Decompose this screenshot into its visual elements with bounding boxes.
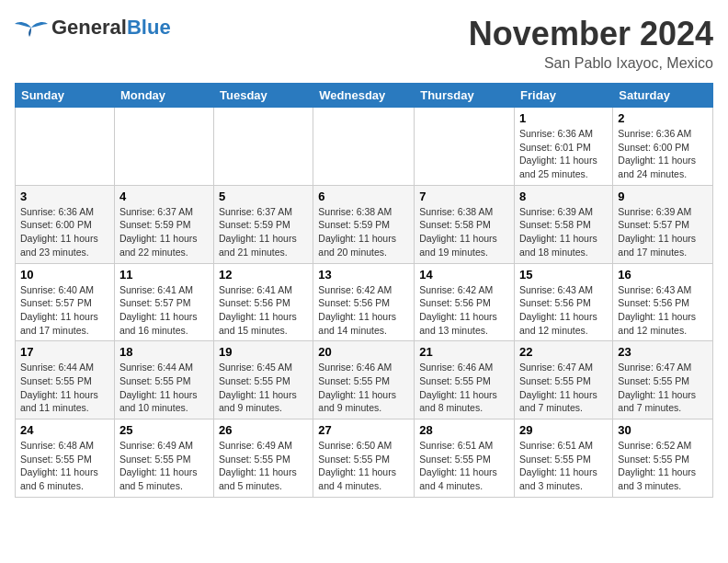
- calendar-cell: 12Sunrise: 6:41 AMSunset: 5:56 PMDayligh…: [214, 263, 313, 341]
- day-info: Sunrise: 6:49 AMSunset: 5:55 PMDaylight:…: [119, 440, 198, 491]
- calendar-cell: 16Sunrise: 6:43 AMSunset: 5:56 PMDayligh…: [613, 263, 713, 341]
- calendar-cell: 14Sunrise: 6:42 AMSunset: 5:56 PMDayligh…: [415, 263, 515, 341]
- day-number: 24: [20, 423, 109, 437]
- day-info: Sunrise: 6:43 AMSunset: 5:56 PMDaylight:…: [618, 284, 696, 336]
- header-day-tuesday: Tuesday: [214, 84, 313, 108]
- calendar-cell: 4Sunrise: 6:37 AMSunset: 5:59 PMDaylight…: [114, 185, 213, 263]
- day-number: 6: [318, 190, 409, 203]
- day-number: 13: [318, 268, 409, 282]
- day-info: Sunrise: 6:47 AMSunset: 5:55 PMDaylight:…: [618, 362, 696, 413]
- logo-text: GeneralBlue: [51, 16, 171, 40]
- day-info: Sunrise: 6:37 AMSunset: 5:59 PMDaylight:…: [219, 206, 297, 258]
- day-number: 17: [20, 345, 109, 359]
- calendar-cell: 13Sunrise: 6:42 AMSunset: 5:56 PMDayligh…: [313, 263, 415, 341]
- calendar-week-5: 24Sunrise: 6:48 AMSunset: 5:55 PMDayligh…: [16, 419, 713, 498]
- calendar-cell: 19Sunrise: 6:45 AMSunset: 5:55 PMDayligh…: [214, 341, 313, 419]
- day-number: 11: [119, 268, 209, 282]
- day-number: 8: [519, 190, 608, 203]
- location-title: San Pablo Ixayoc, Mexico: [469, 55, 713, 72]
- day-number: 28: [419, 423, 509, 437]
- month-title: November 2024: [469, 15, 713, 53]
- day-number: 5: [219, 190, 308, 203]
- day-number: 14: [419, 268, 509, 282]
- calendar-table: SundayMondayTuesdayWednesdayThursdayFrid…: [15, 83, 713, 498]
- calendar-cell: 5Sunrise: 6:37 AMSunset: 5:59 PMDaylight…: [214, 185, 313, 263]
- calendar-cell: [114, 108, 213, 186]
- day-info: Sunrise: 6:38 AMSunset: 5:58 PMDaylight:…: [419, 206, 497, 258]
- logo-general: General: [51, 16, 127, 39]
- day-info: Sunrise: 6:39 AMSunset: 5:57 PMDaylight:…: [618, 206, 696, 258]
- header-day-monday: Monday: [114, 84, 213, 108]
- calendar-cell: 25Sunrise: 6:49 AMSunset: 5:55 PMDayligh…: [114, 419, 213, 498]
- day-info: Sunrise: 6:44 AMSunset: 5:55 PMDaylight:…: [119, 362, 198, 413]
- day-info: Sunrise: 6:36 AMSunset: 6:00 PMDaylight:…: [618, 128, 696, 179]
- day-info: Sunrise: 6:36 AMSunset: 6:01 PMDaylight:…: [519, 128, 597, 179]
- calendar-week-3: 10Sunrise: 6:40 AMSunset: 5:57 PMDayligh…: [16, 263, 713, 341]
- calendar-cell: [16, 108, 115, 186]
- calendar-cell: 27Sunrise: 6:50 AMSunset: 5:55 PMDayligh…: [313, 419, 415, 498]
- day-info: Sunrise: 6:43 AMSunset: 5:56 PMDaylight:…: [519, 284, 597, 336]
- calendar-cell: 21Sunrise: 6:46 AMSunset: 5:55 PMDayligh…: [415, 341, 515, 419]
- day-info: Sunrise: 6:51 AMSunset: 5:55 PMDaylight:…: [519, 440, 597, 491]
- calendar-cell: 9Sunrise: 6:39 AMSunset: 5:57 PMDaylight…: [613, 185, 713, 263]
- calendar-cell: 22Sunrise: 6:47 AMSunset: 5:55 PMDayligh…: [515, 341, 613, 419]
- day-number: 21: [419, 345, 509, 359]
- calendar-cell: [313, 108, 415, 186]
- calendar-cell: 29Sunrise: 6:51 AMSunset: 5:55 PMDayligh…: [515, 419, 613, 498]
- day-number: 2: [618, 111, 708, 125]
- header-day-thursday: Thursday: [415, 84, 515, 108]
- calendar-cell: 6Sunrise: 6:38 AMSunset: 5:59 PMDaylight…: [313, 185, 415, 263]
- day-number: 22: [519, 345, 608, 359]
- calendar-cell: 1Sunrise: 6:36 AMSunset: 6:01 PMDaylight…: [515, 108, 613, 186]
- day-number: 3: [20, 190, 109, 203]
- calendar-cell: 7Sunrise: 6:38 AMSunset: 5:58 PMDaylight…: [415, 185, 515, 263]
- calendar-week-1: 1Sunrise: 6:36 AMSunset: 6:01 PMDaylight…: [16, 108, 713, 186]
- header-day-wednesday: Wednesday: [313, 84, 415, 108]
- day-info: Sunrise: 6:38 AMSunset: 5:59 PMDaylight:…: [318, 206, 396, 258]
- calendar-cell: 30Sunrise: 6:52 AMSunset: 5:55 PMDayligh…: [613, 419, 713, 498]
- header-day-saturday: Saturday: [613, 84, 713, 108]
- calendar-cell: 18Sunrise: 6:44 AMSunset: 5:55 PMDayligh…: [114, 341, 213, 419]
- header-day-sunday: Sunday: [16, 84, 115, 108]
- day-info: Sunrise: 6:52 AMSunset: 5:55 PMDaylight:…: [618, 440, 696, 491]
- day-info: Sunrise: 6:36 AMSunset: 6:00 PMDaylight:…: [20, 206, 98, 258]
- day-info: Sunrise: 6:49 AMSunset: 5:55 PMDaylight:…: [219, 440, 297, 491]
- day-info: Sunrise: 6:46 AMSunset: 5:55 PMDaylight:…: [318, 362, 396, 413]
- logo-icon: [15, 15, 48, 40]
- day-number: 10: [20, 268, 109, 282]
- calendar-cell: 23Sunrise: 6:47 AMSunset: 5:55 PMDayligh…: [613, 341, 713, 419]
- day-number: 9: [618, 190, 708, 203]
- day-info: Sunrise: 6:47 AMSunset: 5:55 PMDaylight:…: [519, 362, 597, 413]
- calendar-cell: 26Sunrise: 6:49 AMSunset: 5:55 PMDayligh…: [214, 419, 313, 498]
- day-info: Sunrise: 6:42 AMSunset: 5:56 PMDaylight:…: [318, 284, 396, 336]
- calendar-cell: 20Sunrise: 6:46 AMSunset: 5:55 PMDayligh…: [313, 341, 415, 419]
- page-header: GeneralBlue November 2024 San Pablo Ixay…: [15, 15, 713, 72]
- day-number: 30: [618, 423, 708, 437]
- calendar-cell: 28Sunrise: 6:51 AMSunset: 5:55 PMDayligh…: [415, 419, 515, 498]
- day-info: Sunrise: 6:44 AMSunset: 5:55 PMDaylight:…: [20, 362, 98, 413]
- calendar-header-row: SundayMondayTuesdayWednesdayThursdayFrid…: [16, 84, 713, 108]
- day-info: Sunrise: 6:51 AMSunset: 5:55 PMDaylight:…: [419, 440, 497, 491]
- day-info: Sunrise: 6:41 AMSunset: 5:56 PMDaylight:…: [219, 284, 297, 336]
- day-number: 26: [219, 423, 308, 437]
- day-number: 16: [618, 268, 708, 282]
- header-day-friday: Friday: [515, 84, 613, 108]
- calendar-cell: 17Sunrise: 6:44 AMSunset: 5:55 PMDayligh…: [16, 341, 115, 419]
- calendar-cell: 11Sunrise: 6:41 AMSunset: 5:57 PMDayligh…: [114, 263, 213, 341]
- day-info: Sunrise: 6:50 AMSunset: 5:55 PMDaylight:…: [318, 440, 396, 491]
- calendar-cell: 3Sunrise: 6:36 AMSunset: 6:00 PMDaylight…: [16, 185, 115, 263]
- calendar-cell: 15Sunrise: 6:43 AMSunset: 5:56 PMDayligh…: [515, 263, 613, 341]
- day-number: 23: [618, 345, 708, 359]
- day-info: Sunrise: 6:45 AMSunset: 5:55 PMDaylight:…: [219, 362, 297, 413]
- calendar-cell: [214, 108, 313, 186]
- day-number: 4: [119, 190, 209, 203]
- calendar-cell: 2Sunrise: 6:36 AMSunset: 6:00 PMDaylight…: [613, 108, 713, 186]
- logo: GeneralBlue: [15, 15, 171, 40]
- title-block: November 2024 San Pablo Ixayoc, Mexico: [469, 15, 713, 72]
- day-number: 12: [219, 268, 308, 282]
- day-info: Sunrise: 6:42 AMSunset: 5:56 PMDaylight:…: [419, 284, 497, 336]
- day-number: 20: [318, 345, 409, 359]
- day-info: Sunrise: 6:48 AMSunset: 5:55 PMDaylight:…: [20, 440, 98, 491]
- calendar-body: 1Sunrise: 6:36 AMSunset: 6:01 PMDaylight…: [16, 108, 713, 498]
- day-info: Sunrise: 6:41 AMSunset: 5:57 PMDaylight:…: [119, 284, 198, 336]
